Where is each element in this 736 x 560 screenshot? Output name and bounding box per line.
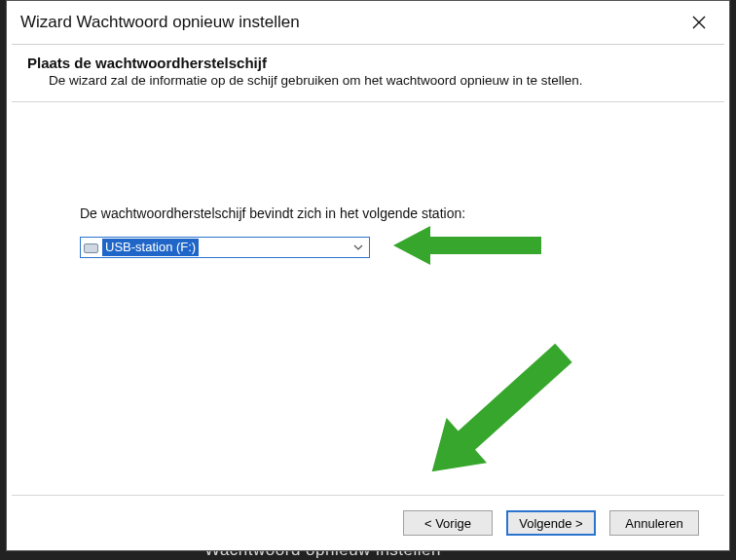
dialog-title: Wizard Wachtwoord opnieuw instellen <box>20 13 300 32</box>
back-button[interactable]: < Vorige <box>403 510 493 536</box>
close-icon <box>692 16 706 29</box>
drive-icon <box>83 242 98 253</box>
header-title: Plaats de wachtwoordherstelschijf <box>27 55 709 71</box>
annotation-arrow-left <box>393 218 549 273</box>
header-subtitle: De wizard zal de informatie op de schijf… <box>49 73 709 88</box>
chevron-down-icon <box>353 244 363 250</box>
cancel-button[interactable]: Annuleren <box>609 510 699 536</box>
drive-combobox[interactable]: USB-station (F:) <box>80 237 370 258</box>
drive-selected-value: USB-station (F:) <box>102 239 199 256</box>
drive-label: De wachtwoordherstelschijf bevindt zich … <box>80 205 465 221</box>
svg-marker-1 <box>419 330 584 494</box>
close-button[interactable] <box>681 7 718 38</box>
svg-marker-0 <box>393 226 541 265</box>
wizard-footer: < Vorige Volgende > Annuleren <box>12 495 724 550</box>
next-button[interactable]: Volgende > <box>506 510 596 536</box>
wizard-dialog: Wizard Wachtwoord opnieuw instellen Plaa… <box>6 0 730 551</box>
wizard-header: Plaats de wachtwoordherstelschijf De wiz… <box>12 45 724 102</box>
wizard-body: De wachtwoordherstelschijf bevindt zich … <box>12 102 724 495</box>
annotation-arrow-down <box>419 302 584 516</box>
titlebar: Wizard Wachtwoord opnieuw instellen <box>7 1 729 44</box>
